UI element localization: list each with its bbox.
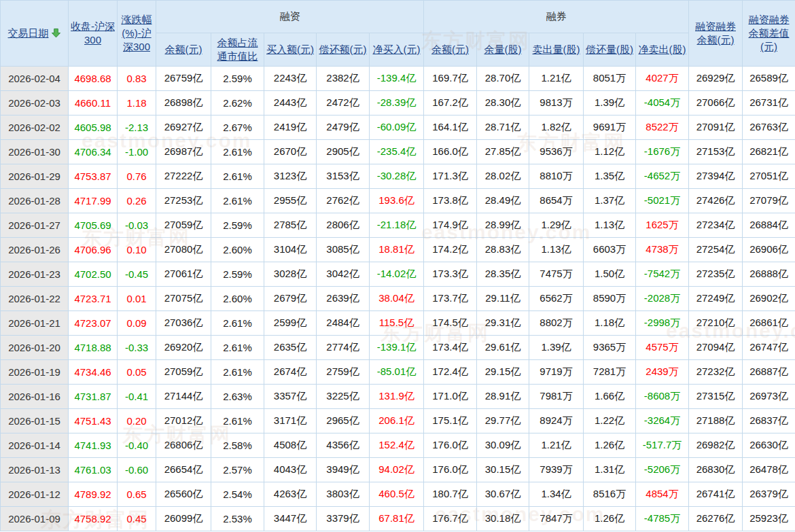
cell-rq-repay: 8590万 xyxy=(584,287,636,311)
cell-close: 4734.46 xyxy=(69,360,118,385)
cell-change-pct: -0.33 xyxy=(118,336,156,360)
header-rz-net-buy[interactable]: 净买入(元) xyxy=(370,33,424,67)
cell-rz-ratio: 2.61% xyxy=(211,336,264,360)
cell-rz-repay: 2806亿 xyxy=(317,213,370,238)
table-row: 2026-01-234702.50-0.4527061亿2.59%3028亿30… xyxy=(1,262,795,287)
cell-rzrq-balance-diff: 26763亿 xyxy=(743,116,795,140)
cell-rq-sell: 7475万 xyxy=(529,262,584,287)
cell-rzrq-balance-diff: 27079亿 xyxy=(743,189,795,213)
header-rz-repay[interactable]: 偿还额(元) xyxy=(317,33,370,67)
cell-rz-net-buy: -60.09亿 xyxy=(370,116,424,140)
cell-rz-balance: 27036亿 xyxy=(156,311,211,336)
cell-rq-repay: 1.39亿 xyxy=(584,91,636,116)
cell-close: 4789.92 xyxy=(69,482,118,507)
table-row: 2026-01-304706.34-1.0026987亿2.61%2670亿29… xyxy=(1,140,795,164)
cell-rq-balance: 176.0亿 xyxy=(424,458,477,482)
cell-rq-sell: 9536万 xyxy=(529,140,584,164)
cell-rz-balance: 26987亿 xyxy=(156,140,211,164)
cell-rz-buy: 3357亿 xyxy=(264,385,317,409)
cell-change-pct: 1.18 xyxy=(118,91,156,116)
header-rz-ratio[interactable]: 余额占流通市值比 xyxy=(211,33,264,67)
cell-rz-repay: 2774亿 xyxy=(317,336,370,360)
table-row: 2026-02-034660.111.1826898亿2.62%2443亿247… xyxy=(1,91,795,116)
cell-rq-repay: 1.26亿 xyxy=(584,433,636,458)
header-rq-sell[interactable]: 卖出量(股) xyxy=(529,33,584,67)
header-rz-buy[interactable]: 买入额(元) xyxy=(264,33,317,67)
cell-rq-balance: 172.4亿 xyxy=(424,360,477,385)
cell-close: 4702.50 xyxy=(69,262,118,287)
cell-rq-sell: 7981万 xyxy=(529,385,584,409)
header-rz-balance[interactable]: 余额(元) xyxy=(156,33,211,67)
cell-rq-sell: 9719万 xyxy=(529,360,584,385)
cell-trade-date: 2026-01-12 xyxy=(1,482,69,507)
cell-rz-balance: 26654亿 xyxy=(156,458,211,482)
cell-rz-net-buy: -14.02亿 xyxy=(370,262,424,287)
cell-rz-repay: 2472亿 xyxy=(317,91,370,116)
cell-rz-ratio: 2.54% xyxy=(211,482,264,507)
header-rzrq-balance-diff[interactable]: 融资融券余额差值(元) xyxy=(743,1,795,67)
cell-rq-volume: 29.11亿 xyxy=(477,287,529,311)
cell-rzrq-balance: 27188亿 xyxy=(689,409,743,433)
cell-close: 4698.68 xyxy=(69,67,118,91)
cell-rz-ratio: 2.59% xyxy=(211,213,264,238)
table-row: 2026-01-094758.920.4526099亿2.53%3447亿337… xyxy=(1,507,795,531)
cell-change-pct: 0.45 xyxy=(118,507,156,531)
cell-rq-repay: 1.35亿 xyxy=(584,164,636,189)
cell-rz-ratio: 2.61% xyxy=(211,311,264,336)
cell-trade-date: 2026-01-29 xyxy=(1,164,69,189)
cell-rq-balance: 174.5亿 xyxy=(424,311,477,336)
cell-rz-net-buy: 18.81亿 xyxy=(370,238,424,262)
header-close-csi300[interactable]: 收盘-沪深300 xyxy=(69,1,118,67)
cell-rz-repay: 2762亿 xyxy=(317,189,370,213)
cell-change-pct: -0.45 xyxy=(118,262,156,287)
cell-rq-repay: 8516万 xyxy=(584,482,636,507)
cell-rzrq-balance-diff: 26888亿 xyxy=(743,262,795,287)
cell-rz-repay: 2905亿 xyxy=(317,140,370,164)
cell-rq-volume: 29.15亿 xyxy=(477,360,529,385)
cell-rz-repay: 3153亿 xyxy=(317,164,370,189)
cell-rzrq-balance: 27232亿 xyxy=(689,360,743,385)
header-rq-repay[interactable]: 偿还量(股) xyxy=(584,33,636,67)
cell-rz-balance: 27012亿 xyxy=(156,409,211,433)
cell-rq-volume: 27.85亿 xyxy=(477,140,529,164)
cell-close: 4758.92 xyxy=(69,507,118,531)
cell-close: 4718.88 xyxy=(69,336,118,360)
header-rq-net-sell[interactable]: 净卖出(股) xyxy=(636,33,689,67)
cell-rz-buy: 2635亿 xyxy=(264,336,317,360)
cell-rz-balance: 27061亿 xyxy=(156,262,211,287)
cell-rz-buy: 2679亿 xyxy=(264,287,317,311)
cell-close: 4731.87 xyxy=(69,385,118,409)
cell-trade-date: 2026-01-15 xyxy=(1,409,69,433)
cell-change-pct: 0.01 xyxy=(118,287,156,311)
header-trade-date[interactable]: 交易日期 xyxy=(1,1,69,67)
cell-rq-balance: 174.9亿 xyxy=(424,213,477,238)
cell-change-pct: 0.10 xyxy=(118,238,156,262)
cell-trade-date: 2026-01-26 xyxy=(1,238,69,262)
cell-rzrq-balance-diff: 26589亿 xyxy=(743,67,795,91)
cell-rz-net-buy: -85.01亿 xyxy=(370,360,424,385)
cell-rzrq-balance-diff: 26837亿 xyxy=(743,409,795,433)
cell-rq-sell: 1.13亿 xyxy=(529,238,584,262)
cell-rz-net-buy: 152.4亿 xyxy=(370,433,424,458)
cell-rz-repay: 2479亿 xyxy=(317,116,370,140)
cell-rq-volume: 29.77亿 xyxy=(477,409,529,433)
cell-rz-buy: 2599亿 xyxy=(264,311,317,336)
header-rzrq-balance[interactable]: 融资融券余额(元) xyxy=(689,1,743,67)
cell-rq-volume: 28.35亿 xyxy=(477,262,529,287)
cell-rzrq-balance-diff: 26478亿 xyxy=(743,458,795,482)
cell-rz-buy: 2955亿 xyxy=(264,189,317,213)
header-change-pct-csi300[interactable]: 涨跌幅(%)-沪深300 xyxy=(118,1,156,67)
cell-rz-balance: 26920亿 xyxy=(156,336,211,360)
cell-rq-volume: 28.30亿 xyxy=(477,91,529,116)
cell-change-pct: 0.76 xyxy=(118,164,156,189)
cell-rq-sell: 1.21亿 xyxy=(529,433,584,458)
header-rq-volume[interactable]: 余量(股) xyxy=(477,33,529,67)
table-row: 2026-01-124789.920.6526560亿2.54%4263亿380… xyxy=(1,482,795,507)
cell-rq-balance: 171.3亿 xyxy=(424,164,477,189)
cell-rz-balance: 26560亿 xyxy=(156,482,211,507)
cell-rz-buy: 2243亿 xyxy=(264,67,317,91)
cell-rz-balance: 26898亿 xyxy=(156,91,211,116)
cell-rq-net-sell: -7542万 xyxy=(636,262,689,287)
cell-rq-balance: 173.4亿 xyxy=(424,336,477,360)
header-rq-balance[interactable]: 余额(元) xyxy=(424,33,477,67)
